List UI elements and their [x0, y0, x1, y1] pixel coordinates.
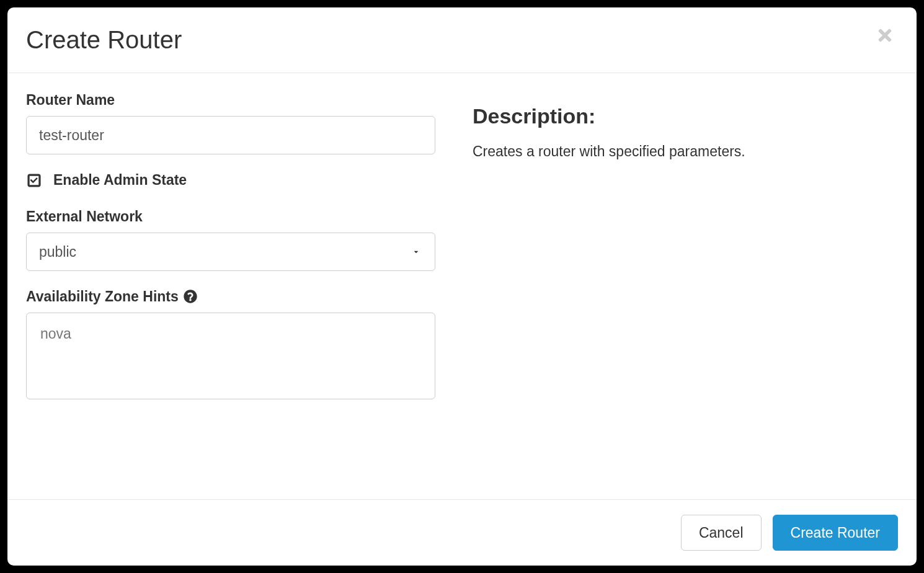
checkbox-checked-icon [26, 172, 42, 189]
create-router-button[interactable]: Create Router [773, 515, 898, 551]
form-column: Router Name Enable Admin State External … [26, 92, 435, 487]
router-name-input[interactable] [26, 116, 435, 154]
router-name-label: Router Name [26, 92, 435, 109]
modal-header: Create Router [7, 7, 917, 73]
enable-admin-state-label: Enable Admin State [53, 172, 187, 189]
modal-title: Create Router [26, 26, 182, 54]
availability-zone-option[interactable]: nova [27, 323, 435, 345]
help-icon[interactable] [184, 290, 197, 303]
availability-zone-hints-group: Availability Zone Hints nova [26, 288, 435, 399]
close-icon[interactable] [872, 26, 898, 47]
external-network-group: External Network public [26, 208, 435, 271]
modal-footer: Cancel Create Router [7, 499, 917, 566]
availability-zone-hints-label: Availability Zone Hints [26, 288, 179, 305]
description-text: Creates a router with specified paramete… [473, 141, 898, 162]
router-name-group: Router Name [26, 92, 435, 154]
external-network-label: External Network [26, 208, 435, 225]
enable-admin-state-checkbox[interactable]: Enable Admin State [26, 172, 187, 189]
external-network-select[interactable]: public [26, 233, 435, 271]
availability-zone-hints-select[interactable]: nova [26, 313, 435, 399]
description-title: Description: [473, 104, 898, 128]
modal-body: Router Name Enable Admin State External … [7, 73, 917, 499]
create-router-modal: Create Router Router Name Enable Admin S… [7, 7, 917, 566]
description-column: Description: Creates a router with speci… [473, 92, 898, 487]
enable-admin-state-group: Enable Admin State [26, 172, 435, 191]
external-network-select-wrap: public [26, 233, 435, 271]
cancel-button[interactable]: Cancel [681, 515, 762, 551]
